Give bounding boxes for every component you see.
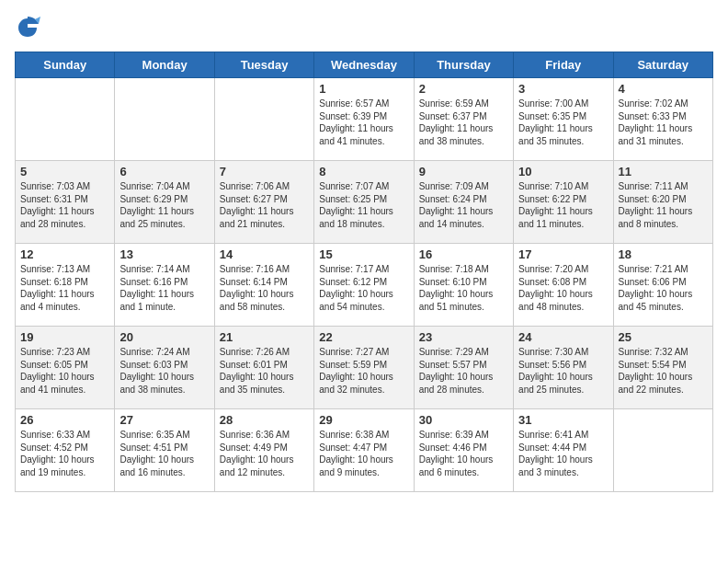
day-number: 6 xyxy=(119,165,209,178)
day-number: 16 xyxy=(419,247,508,261)
calendar-cell: 2Sunrise: 6:59 AM Sunset: 6:37 PM Daylig… xyxy=(414,78,513,161)
day-info: Sunrise: 6:41 AM Sunset: 4:44 PM Dayligh… xyxy=(518,429,608,478)
calendar-week-2: 5Sunrise: 7:03 AM Sunset: 6:31 PM Daylig… xyxy=(16,161,713,244)
day-info: Sunrise: 7:29 AM Sunset: 5:57 PM Dayligh… xyxy=(419,346,508,396)
day-number: 19 xyxy=(20,330,109,344)
day-header-friday: Friday xyxy=(514,52,613,78)
day-info: Sunrise: 7:16 AM Sunset: 6:14 PM Dayligh… xyxy=(220,263,309,313)
day-info: Sunrise: 6:33 AM Sunset: 4:52 PM Dayligh… xyxy=(20,429,109,478)
day-info: Sunrise: 6:36 AM Sunset: 4:49 PM Dayligh… xyxy=(220,429,309,478)
day-number: 23 xyxy=(419,330,508,344)
day-number: 5 xyxy=(20,165,109,178)
day-info: Sunrise: 6:39 AM Sunset: 4:46 PM Dayligh… xyxy=(419,429,508,478)
day-info: Sunrise: 7:07 AM Sunset: 6:25 PM Dayligh… xyxy=(319,180,408,230)
day-number: 2 xyxy=(419,82,508,96)
page-header xyxy=(15,15,713,40)
day-info: Sunrise: 7:03 AM Sunset: 6:31 PM Dayligh… xyxy=(20,180,109,230)
day-number: 11 xyxy=(619,165,708,178)
day-number: 12 xyxy=(20,247,109,261)
calendar-cell: 21Sunrise: 7:26 AM Sunset: 6:01 PM Dayli… xyxy=(214,327,313,409)
calendar-cell: 5Sunrise: 7:03 AM Sunset: 6:31 PM Daylig… xyxy=(16,161,115,244)
day-info: Sunrise: 7:14 AM Sunset: 6:16 PM Dayligh… xyxy=(119,263,209,313)
day-info: Sunrise: 7:24 AM Sunset: 6:03 PM Dayligh… xyxy=(119,346,209,396)
day-info: Sunrise: 7:20 AM Sunset: 6:08 PM Dayligh… xyxy=(518,263,608,313)
day-info: Sunrise: 7:00 AM Sunset: 6:35 PM Dayligh… xyxy=(518,98,608,147)
day-number: 14 xyxy=(220,247,309,261)
day-number: 28 xyxy=(220,413,309,427)
calendar-cell: 17Sunrise: 7:20 AM Sunset: 6:08 PM Dayli… xyxy=(514,244,613,327)
day-number: 15 xyxy=(319,247,408,261)
day-number: 31 xyxy=(518,413,608,427)
day-info: Sunrise: 7:32 AM Sunset: 5:54 PM Dayligh… xyxy=(619,346,708,396)
calendar-cell xyxy=(16,78,115,161)
calendar-cell: 29Sunrise: 6:38 AM Sunset: 4:47 PM Dayli… xyxy=(314,409,414,492)
day-info: Sunrise: 7:21 AM Sunset: 6:06 PM Dayligh… xyxy=(619,263,708,313)
calendar-cell: 11Sunrise: 7:11 AM Sunset: 6:20 PM Dayli… xyxy=(613,161,712,244)
day-info: Sunrise: 6:35 AM Sunset: 4:51 PM Dayligh… xyxy=(119,429,209,478)
day-number: 9 xyxy=(419,165,508,178)
calendar-cell: 8Sunrise: 7:07 AM Sunset: 6:25 PM Daylig… xyxy=(314,161,414,244)
calendar-cell: 6Sunrise: 7:04 AM Sunset: 6:29 PM Daylig… xyxy=(115,161,214,244)
calendar-cell: 10Sunrise: 7:10 AM Sunset: 6:22 PM Dayli… xyxy=(514,161,613,244)
day-info: Sunrise: 7:06 AM Sunset: 6:27 PM Dayligh… xyxy=(220,180,309,230)
calendar-cell: 7Sunrise: 7:06 AM Sunset: 6:27 PM Daylig… xyxy=(214,161,313,244)
calendar-cell: 28Sunrise: 6:36 AM Sunset: 4:49 PM Dayli… xyxy=(214,409,313,492)
day-info: Sunrise: 7:30 AM Sunset: 5:56 PM Dayligh… xyxy=(518,346,608,396)
day-header-thursday: Thursday xyxy=(414,52,513,78)
calendar-cell: 23Sunrise: 7:29 AM Sunset: 5:57 PM Dayli… xyxy=(414,327,513,409)
day-number: 21 xyxy=(220,330,309,344)
day-number: 20 xyxy=(119,330,209,344)
day-number: 29 xyxy=(319,413,408,427)
day-number: 1 xyxy=(319,82,408,96)
calendar-cell xyxy=(613,409,712,492)
day-number: 26 xyxy=(20,413,109,427)
logo xyxy=(15,15,44,40)
day-number: 27 xyxy=(119,413,209,427)
day-number: 30 xyxy=(419,413,508,427)
calendar-table: SundayMondayTuesdayWednesdayThursdayFrid… xyxy=(15,52,713,492)
calendar-header-row: SundayMondayTuesdayWednesdayThursdayFrid… xyxy=(16,52,713,78)
day-header-tuesday: Tuesday xyxy=(214,52,313,78)
day-number: 17 xyxy=(518,247,608,261)
day-number: 3 xyxy=(518,82,608,96)
calendar-cell xyxy=(115,78,214,161)
calendar-week-1: 1Sunrise: 6:57 AM Sunset: 6:39 PM Daylig… xyxy=(16,78,713,161)
day-info: Sunrise: 7:27 AM Sunset: 5:59 PM Dayligh… xyxy=(319,346,408,396)
calendar-cell: 27Sunrise: 6:35 AM Sunset: 4:51 PM Dayli… xyxy=(115,409,214,492)
day-info: Sunrise: 7:26 AM Sunset: 6:01 PM Dayligh… xyxy=(220,346,309,396)
calendar-cell: 1Sunrise: 6:57 AM Sunset: 6:39 PM Daylig… xyxy=(314,78,414,161)
calendar-cell: 20Sunrise: 7:24 AM Sunset: 6:03 PM Dayli… xyxy=(115,327,214,409)
calendar-cell: 16Sunrise: 7:18 AM Sunset: 6:10 PM Dayli… xyxy=(414,244,513,327)
calendar-cell: 19Sunrise: 7:23 AM Sunset: 6:05 PM Dayli… xyxy=(16,327,115,409)
day-info: Sunrise: 7:09 AM Sunset: 6:24 PM Dayligh… xyxy=(419,180,508,230)
day-info: Sunrise: 6:38 AM Sunset: 4:47 PM Dayligh… xyxy=(319,429,408,478)
day-number: 22 xyxy=(319,330,408,344)
day-header-sunday: Sunday xyxy=(16,52,115,78)
day-header-wednesday: Wednesday xyxy=(314,52,414,78)
day-header-monday: Monday xyxy=(115,52,214,78)
calendar-cell: 4Sunrise: 7:02 AM Sunset: 6:33 PM Daylig… xyxy=(613,78,712,161)
day-info: Sunrise: 7:11 AM Sunset: 6:20 PM Dayligh… xyxy=(619,180,708,230)
day-number: 18 xyxy=(619,247,708,261)
day-info: Sunrise: 7:23 AM Sunset: 6:05 PM Dayligh… xyxy=(20,346,109,396)
calendar-cell: 13Sunrise: 7:14 AM Sunset: 6:16 PM Dayli… xyxy=(115,244,214,327)
day-info: Sunrise: 7:17 AM Sunset: 6:12 PM Dayligh… xyxy=(319,263,408,313)
day-header-saturday: Saturday xyxy=(613,52,712,78)
day-info: Sunrise: 7:04 AM Sunset: 6:29 PM Dayligh… xyxy=(119,180,209,230)
day-info: Sunrise: 7:18 AM Sunset: 6:10 PM Dayligh… xyxy=(419,263,508,313)
calendar-cell: 12Sunrise: 7:13 AM Sunset: 6:18 PM Dayli… xyxy=(16,244,115,327)
day-number: 4 xyxy=(619,82,708,96)
calendar-cell: 30Sunrise: 6:39 AM Sunset: 4:46 PM Dayli… xyxy=(414,409,513,492)
calendar-cell: 26Sunrise: 6:33 AM Sunset: 4:52 PM Dayli… xyxy=(16,409,115,492)
calendar-cell: 14Sunrise: 7:16 AM Sunset: 6:14 PM Dayli… xyxy=(214,244,313,327)
calendar-week-3: 12Sunrise: 7:13 AM Sunset: 6:18 PM Dayli… xyxy=(16,244,713,327)
calendar-cell: 25Sunrise: 7:32 AM Sunset: 5:54 PM Dayli… xyxy=(613,327,712,409)
day-number: 10 xyxy=(518,165,608,178)
calendar-cell: 15Sunrise: 7:17 AM Sunset: 6:12 PM Dayli… xyxy=(314,244,414,327)
day-info: Sunrise: 7:10 AM Sunset: 6:22 PM Dayligh… xyxy=(518,180,608,230)
day-info: Sunrise: 7:02 AM Sunset: 6:33 PM Dayligh… xyxy=(619,98,708,147)
day-info: Sunrise: 6:59 AM Sunset: 6:37 PM Dayligh… xyxy=(419,98,508,147)
day-number: 8 xyxy=(319,165,408,178)
day-info: Sunrise: 7:13 AM Sunset: 6:18 PM Dayligh… xyxy=(20,263,109,313)
day-number: 25 xyxy=(619,330,708,344)
